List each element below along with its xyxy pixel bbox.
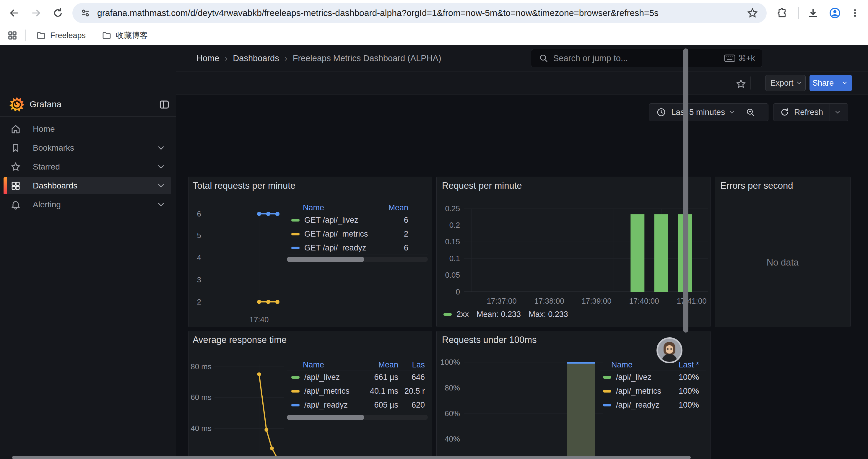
y-tick: 6 xyxy=(188,209,201,218)
export-button[interactable]: Export xyxy=(765,75,806,91)
legend-row[interactable]: /api/_metrics 40.1 ms 20.5 r xyxy=(287,384,428,398)
legend-row[interactable]: GET /api/_metrics 2 xyxy=(287,227,428,241)
grafana-header: Home › Dashboards › Freeleaps Metrics Da… xyxy=(176,45,868,71)
legend-row[interactable]: /api/_readyz 605 µs 620 xyxy=(287,398,428,412)
favorite-star-icon[interactable] xyxy=(735,77,747,90)
zoom-out-icon[interactable] xyxy=(741,106,760,119)
series-name[interactable]: 2xx xyxy=(457,310,469,319)
legend-row[interactable]: /api/_readyz 100% xyxy=(600,398,706,412)
series-mean: Mean: 0.233 xyxy=(476,310,521,319)
back-icon[interactable] xyxy=(8,6,21,20)
chart-plot[interactable] xyxy=(204,210,284,313)
legend-row[interactable]: GET /api/_livez 6 xyxy=(287,213,428,227)
bookmark-folder-blogs[interactable]: 收藏博客 xyxy=(102,29,148,42)
sidebar-item-alerting[interactable]: Alerting xyxy=(4,196,172,213)
time-range-picker[interactable]: Last 5 minutes xyxy=(649,103,769,121)
browser-toolbar: grafana.mathmast.com/d/deytv4rwavabkb/fr… xyxy=(0,0,868,26)
keyboard-icon xyxy=(724,54,735,63)
series-color-pill xyxy=(291,390,300,393)
y-tick: 4 xyxy=(188,253,201,262)
legend-header-last[interactable]: Last * xyxy=(671,360,706,369)
share-label: Share xyxy=(812,78,834,88)
home-icon xyxy=(10,124,21,134)
legend-header-name[interactable]: Name xyxy=(303,203,373,212)
y-tick: 0 xyxy=(437,287,460,296)
extensions-icon[interactable] xyxy=(776,6,789,20)
legend-header-mean[interactable]: Mean xyxy=(363,360,398,369)
series-name: GET /api/_readyz xyxy=(304,243,373,253)
site-settings-icon[interactable] xyxy=(79,6,92,20)
y-tick: 60% xyxy=(437,409,460,418)
url-bar[interactable]: grafana.mathmast.com/d/deytv4rwavabkb/fr… xyxy=(72,3,767,23)
breadcrumb-home[interactable]: Home xyxy=(196,54,219,63)
panel-title: Average response time xyxy=(193,335,286,345)
sidebar-item-starred[interactable]: Starred xyxy=(4,158,172,175)
floating-avatar[interactable] xyxy=(656,337,682,363)
legend-header-name[interactable]: Name xyxy=(611,360,671,369)
legend-row[interactable]: GET /api/_readyz 6 xyxy=(287,241,428,255)
sidebar-item-label: Home xyxy=(33,124,55,134)
profile-icon[interactable] xyxy=(829,6,841,20)
browser-menu-icon[interactable] xyxy=(848,6,862,20)
series-mean: 605 µs xyxy=(363,400,398,410)
series-mean: 40.1 ms xyxy=(363,387,398,396)
breadcrumb-current: Freeleaps Metrics Dashboard (ALPHA) xyxy=(293,54,441,63)
reload-icon[interactable] xyxy=(52,6,64,20)
x-tick: 17:37:00 xyxy=(478,297,525,305)
grafana-logo[interactable] xyxy=(9,96,25,112)
page-scrollbar-horizontal[interactable] xyxy=(12,456,691,459)
bookmark-star-icon[interactable] xyxy=(746,6,759,20)
bookmark-icon xyxy=(10,143,21,153)
forward-icon[interactable] xyxy=(30,6,42,20)
y-tick: 40% xyxy=(437,434,460,444)
legend-header-mean[interactable]: Mean xyxy=(373,203,408,212)
chart-plot[interactable] xyxy=(464,208,708,292)
share-button[interactable]: Share xyxy=(809,75,837,91)
sidebar-item-bookmarks[interactable]: Bookmarks xyxy=(4,139,172,157)
series-name: /api/_metrics xyxy=(304,387,363,396)
series-color-pill xyxy=(291,404,300,406)
clock-icon xyxy=(656,107,666,117)
panel-request-per-minute[interactable]: Request per minute 0.25 0.2 0.15 0.1 0.0… xyxy=(436,177,711,327)
panel-avg-response-time[interactable]: Average response time 80 ms 60 ms 40 ms … xyxy=(188,331,432,459)
panel-errors-per-second[interactable]: Errors per second No data xyxy=(715,177,850,327)
refresh-interval-chevron[interactable] xyxy=(830,106,845,119)
dashboard-subheader: Export Share xyxy=(176,71,868,95)
bookmark-folder-freeleaps[interactable]: Freeleaps xyxy=(36,29,86,42)
breadcrumb-dashboards[interactable]: Dashboards xyxy=(233,54,279,63)
y-tick: 80% xyxy=(437,383,460,392)
chart-plot[interactable] xyxy=(215,364,284,459)
sidebar-toggle-icon[interactable] xyxy=(158,98,171,111)
series-name: /api/_metrics xyxy=(616,387,671,396)
bookmarks-divider xyxy=(25,30,26,41)
page-scrollbar-vertical[interactable] xyxy=(683,48,688,333)
x-tick: 17:40 xyxy=(244,315,274,324)
apps-grid-icon[interactable] xyxy=(6,29,19,42)
sidebar-item-home[interactable]: Home xyxy=(4,121,172,138)
refresh-label: Refresh xyxy=(794,107,823,117)
chart-plot[interactable] xyxy=(464,361,603,459)
share-menu-button[interactable] xyxy=(837,75,852,91)
series-last: 100% xyxy=(671,400,706,410)
sidebar-item-dashboards[interactable]: Dashboards xyxy=(4,177,172,194)
downloads-icon[interactable] xyxy=(807,6,819,20)
bookmark-label: Freeleaps xyxy=(50,31,86,40)
y-tick: 0.25 xyxy=(437,204,460,213)
series-mean: 6 xyxy=(373,243,408,253)
panel-total-requests[interactable]: Total requests per minute 6 5 4 3 2 17:4… xyxy=(188,177,432,327)
panel-title: Requests under 100ms xyxy=(442,335,537,345)
legend-scrollbar[interactable] xyxy=(287,415,428,420)
legend-header-name[interactable]: Name xyxy=(303,360,363,369)
legend-scrollbar[interactable] xyxy=(287,257,428,262)
refresh-button[interactable]: Refresh xyxy=(773,103,848,121)
star-icon xyxy=(10,162,21,172)
search-input[interactable]: Search or jump to... ⌘+k xyxy=(531,49,762,67)
legend-header-last[interactable]: Las xyxy=(398,360,428,369)
series-mean: 2 xyxy=(373,230,408,239)
legend-row[interactable]: /api/_metrics 100% xyxy=(600,384,706,398)
dashboards-icon xyxy=(10,181,21,191)
export-label: Export xyxy=(770,78,793,88)
y-tick: 80 ms xyxy=(188,362,212,371)
legend-row[interactable]: /api/_livez 100% xyxy=(600,370,706,384)
legend-row[interactable]: /api/_livez 661 µs 646 xyxy=(287,370,428,384)
